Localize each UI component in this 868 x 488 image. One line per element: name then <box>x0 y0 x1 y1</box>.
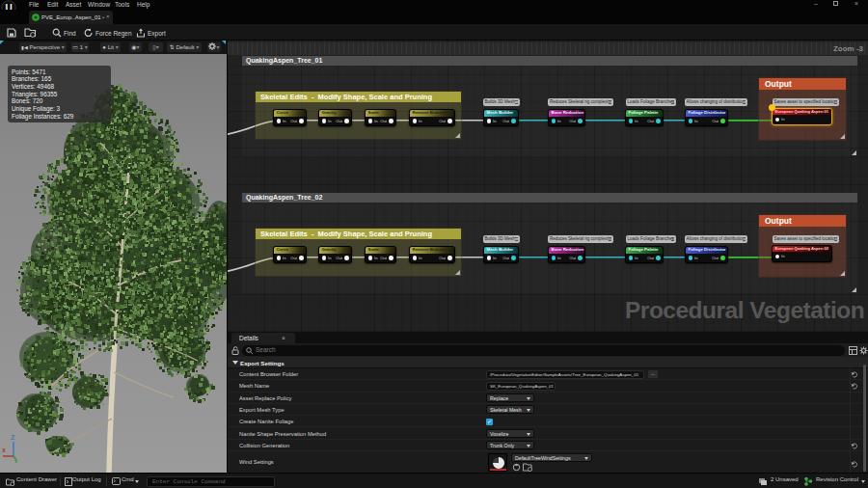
svg-text:y: y <box>14 458 18 463</box>
svg-text:x: x <box>2 447 6 453</box>
svg-text:Z: Z <box>11 434 15 441</box>
